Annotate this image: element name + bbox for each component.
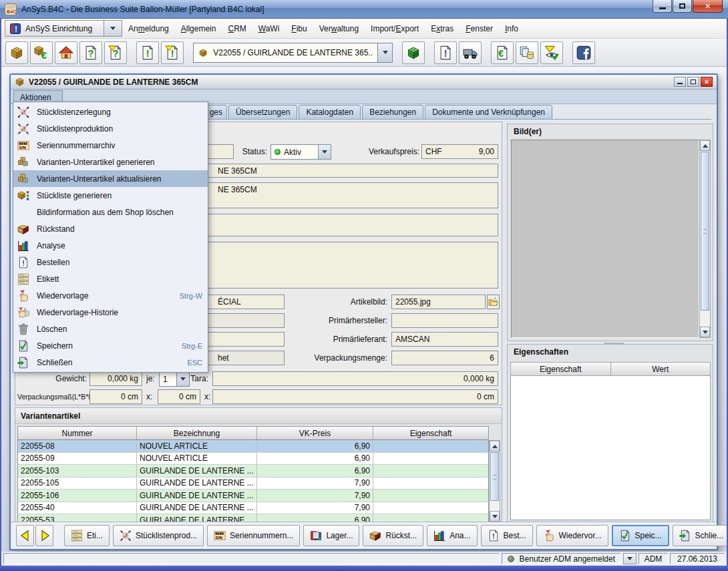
close-button[interactable]: ✕ [693,0,723,13]
artikelbild-field[interactable]: 22055.jpg [391,295,486,309]
article-button[interactable] [5,41,28,64]
column-header-wert[interactable]: Wert [611,362,711,376]
inner-minimize-button[interactable] [674,77,686,87]
menu-item[interactable]: WaWi [252,24,286,33]
tara-field[interactable]: 0,000 kg [212,371,498,386]
orders-button[interactable]: ! [434,41,457,64]
images-scrollbar[interactable] [699,140,711,338]
maximize-button[interactable] [673,0,692,13]
action-menu-item[interactable]: Analyse [13,237,208,254]
scrollbar-thumb[interactable] [701,152,709,311]
variants-scrollbar[interactable] [489,440,500,522]
menu-item[interactable]: Fibu [285,24,313,33]
order-search-button[interactable]: ! [136,41,159,64]
variant-row[interactable]: 22055-105 GUIRLANDE DE LANTERNE ... 7,90 [18,478,488,490]
tab-beziehungen[interactable]: Beziehungen [362,105,423,120]
menu-item[interactable]: Fenster [460,24,499,33]
action-menu-item[interactable]: Stückliste generieren [13,187,208,204]
menu-item[interactable]: Info [499,24,524,33]
speichern-button[interactable]: Speic... [612,525,669,546]
action-menu-item[interactable]: Stücklistenzerlegung [13,104,208,120]
scroll-up-button[interactable] [700,140,710,151]
tab-uebersetzungen[interactable]: Übersetzungen [228,105,297,120]
facebook-button[interactable] [572,41,595,64]
action-menu-item[interactable]: Löschen [13,321,208,337]
seriennummern-button[interactable]: S/N Seriennummern... [207,525,300,546]
variant-row[interactable]: 22055-103 GUIRLANDE DE LANTERNE ... 6,90 [18,465,488,478]
status-combo[interactable]: Aktiv [270,144,331,160]
home-button[interactable] [55,41,77,64]
variant-row[interactable]: 22055-09 NOUVEL ARTICLE 6,90 [18,453,488,465]
titlebar[interactable]: B4C AnSyS.B4C - Die Business Suite Ballo… [0,0,728,19]
action-menu-item[interactable]: ! Bestellen [13,254,208,270]
menu-item[interactable]: Import/Export [365,24,425,33]
action-menu-item[interactable]: Bildinformation aus dem Shop löschen [13,204,208,220]
menu-item[interactable]: Extras [425,24,460,33]
article-window-titlebar[interactable]: V22055 / GUIRLANDE DE LANTERNE 365CM ✕ [11,75,717,89]
etikett-button[interactable]: Eti... [64,525,110,546]
action-menu-item[interactable]: Varianten-Unterartikel aktualisieren [13,170,208,187]
shipping-button[interactable] [459,41,482,64]
tab-katalogdaten[interactable]: Katalogdaten [299,105,361,120]
scrollbar-thumb[interactable] [490,452,499,501]
inner-restore-button[interactable] [687,77,699,87]
minimize-button[interactable] [653,0,672,13]
status-combo-arrow[interactable] [318,145,331,159]
article-prices-button[interactable]: € [30,41,53,64]
lager-button[interactable]: Lager... [303,525,359,546]
variant-row[interactable]: 22055-40 GUIRLANDE DE LANTERNE ... 7,90 [18,502,488,515]
column-header-vk-preis[interactable]: VK-Preis [257,427,373,439]
action-menu-item[interactable]: Schließen ESC [13,354,208,371]
offer-search-button[interactable]: ? [79,41,102,64]
artikelbild-browse-button[interactable] [487,295,500,309]
verpackungsmenge-field[interactable]: 6 [391,351,498,365]
analyse-button[interactable]: Ana... [427,525,477,546]
article-selector[interactable]: V22055 / GUIRLANDE DE LANTERNE 365.. [193,43,378,63]
schliessen-button[interactable]: Schlie... [673,525,728,546]
scroll-down-button[interactable] [490,511,500,522]
wiedervorlage-button[interactable]: Wiedervor... [536,525,608,546]
inner-close-button[interactable]: ✕ [701,77,713,87]
variant-row[interactable]: 22055-106 GUIRLANDE DE LANTERNE ... 7,90 [18,490,488,502]
variant-row[interactable]: 22055-53 GUIRLANDE DE LANTERNE ... 6,90 [18,514,488,522]
column-header-bezeichnung[interactable]: Bezeichnung [137,427,257,439]
mass-field-1[interactable]: 0 cm [89,389,142,404]
tab-dokumente[interactable]: Dokumente und Verknüpfungen [425,105,552,120]
action-menu-item[interactable]: Stücklistenproduktion [13,120,208,137]
variant-row[interactable]: 22055-08 NOUVEL ARTICLE 6,90 [18,440,488,453]
menu-item[interactable]: CRM [222,24,252,33]
column-header-eigenschaft[interactable]: Eigenschaft [373,427,488,439]
action-menu-item[interactable]: Wiedervorlage-Historie [13,304,208,321]
user-panel-arrow[interactable] [623,553,636,564]
column-header-nummer[interactable]: Nummer [18,427,137,439]
primaerlieferant-field[interactable]: AMSCAN [391,332,498,347]
price-field[interactable]: CHF 9,00 [421,144,498,159]
action-menu-item[interactable]: Etikett [13,270,208,287]
action-menu-item[interactable]: Wiedervorlage Strg-W [13,287,208,304]
menu-item[interactable]: Allgemein [175,24,222,33]
review-button[interactable] [540,41,563,64]
action-menu-item[interactable]: Varianten-Unterartikel generieren [13,154,208,170]
copy-database-button[interactable] [516,41,538,64]
article-list-button[interactable] [402,41,425,64]
menu-item[interactable]: Anmeldung [122,24,175,33]
column-header-eigenschaft[interactable]: Eigenschaft [510,362,611,376]
previous-article-button[interactable] [16,525,34,546]
article-selector-arrow[interactable] [378,43,393,63]
gewicht-field[interactable]: 0,000 kg [89,371,142,386]
rueckstand-button[interactable]: Rückst... [363,525,423,546]
menu-item[interactable]: Verwaltung [313,24,365,33]
action-menu-item[interactable]: S/N Seriennummernarchiv [13,137,208,154]
mass-field-3[interactable]: 0 cm [212,389,498,404]
scroll-up-button[interactable] [490,441,500,451]
order-new-button[interactable]: ! [161,41,184,64]
offer-new-button[interactable]: ? [104,41,127,64]
bestellen-button[interactable]: ! Best... [481,525,533,546]
primaerhersteller-field[interactable] [391,313,498,328]
action-menu-item[interactable]: Speichern Strg-E [13,337,208,354]
next-article-button[interactable] [35,525,53,546]
stuecklistenproduktion-button[interactable]: Stücklistenprod... [113,525,204,546]
context-selector-arrow[interactable] [104,20,122,37]
action-menu-item[interactable]: Rückstand [13,220,208,237]
scroll-down-button[interactable] [700,327,710,337]
